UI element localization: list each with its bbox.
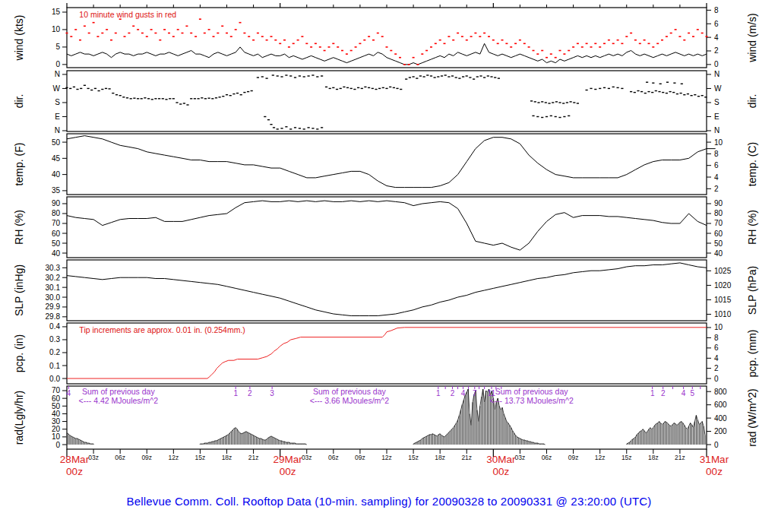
axis-title-right-pcp: pcp. (mm) — [746, 330, 758, 378]
ytick-right-pcp: 8 — [714, 334, 719, 342]
rad-mj-mark: 3 — [270, 389, 274, 397]
ytick-left-dir: W — [53, 84, 61, 93]
ytick-right-rad: 800 — [714, 388, 727, 396]
panel-pcp: 0.00.10.20.30.40246810pcp. (in)pcp. (mm)… — [13, 322, 758, 384]
day-label-hour: 00z — [706, 466, 723, 477]
rad-mj-mark: 1 — [233, 389, 238, 397]
ytick-left-temp: 40 — [52, 170, 61, 179]
rad-sum-label: Sum of previous day — [82, 387, 155, 396]
pcp-tip-note: Tip increments are approx. 0.01 in. (0.2… — [79, 325, 245, 334]
ytick-right-rh: 50 — [714, 239, 723, 248]
hour-label: 06z — [115, 454, 125, 461]
ytick-left-rad: 40 — [52, 410, 61, 418]
ytick-right-slp: 1020 — [714, 281, 732, 290]
ytick-right-pcp: 0 — [714, 375, 719, 383]
day-label: 29Mar — [274, 454, 303, 465]
ytick-left-slp: 29.9 — [46, 302, 61, 311]
panel-dir: NWSENNWSENdir.dir. — [13, 70, 758, 135]
ytick-left-rad: 70 — [52, 386, 61, 394]
hour-label: 21z — [675, 454, 685, 461]
rad-sum-label: Sum of previous day — [495, 387, 568, 396]
axis-title-right-temp: temp. (C) — [746, 142, 758, 186]
ytick-left-dir: N — [55, 70, 60, 78]
ytick-right-temp: 6 — [714, 161, 719, 169]
ytick-left-wind: 10 — [52, 25, 61, 33]
hour-label: 09z — [568, 454, 579, 461]
ytick-right-pcp: 4 — [714, 354, 719, 363]
ytick-right-slp: 1010 — [714, 310, 732, 318]
ytick-left-pcp: 0.3 — [49, 335, 60, 344]
ytick-left-temp: 35 — [52, 186, 61, 195]
axis-title-left-dir: dir. — [13, 94, 25, 109]
hour-label: 03z — [88, 454, 99, 461]
ytick-left-rh: 90 — [52, 199, 61, 207]
day-label-hour: 00z — [492, 466, 509, 477]
ytick-left-pcp: 0.4 — [49, 322, 60, 331]
hour-label: 06z — [542, 454, 552, 461]
ytick-left-rh: 80 — [52, 209, 61, 217]
ytick-right-pcp: 10 — [714, 323, 723, 331]
ytick-right-rh: 60 — [714, 230, 723, 238]
ytick-left-rad: 50 — [52, 402, 61, 410]
ytick-right-dir: W — [714, 84, 722, 93]
ytick-right-temp: 2 — [714, 185, 719, 193]
axis-title-left-slp: SLP (inHg) — [13, 264, 25, 316]
ytick-right-wind: 2 — [714, 46, 719, 55]
chart-title: Bellevue Comm. Coll. Rooftop Data (10-mi… — [0, 495, 778, 508]
wind-gust-note: 10 minute wind gusts in red — [79, 10, 176, 19]
hour-label: 18z — [648, 454, 659, 461]
ytick-left-rh: 70 — [52, 219, 61, 227]
rad-mj-mark: 4 — [67, 389, 71, 397]
ytick-left-rad: 0 — [55, 441, 60, 449]
rad-mj-mark: 2 — [248, 389, 252, 397]
panel-rad: 0102030405060700200400600800rad(Lgly/hr)… — [13, 386, 758, 449]
rad-mj-mark: 11 — [488, 389, 496, 397]
ytick-left-dir: E — [55, 112, 60, 121]
hour-label: 09z — [355, 454, 365, 461]
rad-mj-mark: 1 — [650, 389, 655, 397]
axis-title-left-wind: wind (kts) — [13, 15, 25, 62]
ytick-left-rh: 50 — [52, 239, 61, 248]
axis-title-right-rad: rad (W/m^2) — [746, 388, 758, 447]
panel-slp: 29.829.930.030.130.230.31010101510201025… — [13, 260, 758, 321]
axis-title-right-wind: wind (m/s) — [746, 13, 758, 63]
ytick-right-slp: 1025 — [714, 267, 732, 275]
rad-mj-mark: 2 — [451, 389, 455, 397]
rad-sum-value: <--- 4.42 MJoules/m^2 — [79, 396, 159, 405]
ytick-left-wind: 5 — [55, 43, 60, 51]
ytick-right-rh: 80 — [714, 209, 723, 217]
hour-label: 18z — [222, 454, 232, 461]
ytick-right-slp: 1015 — [714, 296, 732, 304]
axis-title-left-temp: temp. (F) — [13, 143, 25, 186]
hour-label: 09z — [141, 454, 152, 461]
hour-label: 12z — [595, 454, 606, 461]
rad-sum-label: Sum of previous day — [313, 387, 386, 396]
ytick-left-slp: 30.3 — [46, 264, 61, 272]
ytick-right-rad: 400 — [714, 414, 727, 423]
hour-label: 15z — [195, 454, 206, 461]
axis-title-left-rad: rad(Lgly/hr) — [13, 391, 25, 445]
ytick-right-dir: E — [714, 112, 719, 121]
panel-rh: 405060708090405060708090RH (%)RH (%) — [13, 197, 758, 258]
rad-mj-mark: 7 — [473, 389, 477, 397]
hour-label: 03z — [515, 454, 526, 461]
rad-mj-mark: 4 — [461, 389, 466, 397]
ytick-left-wind: 15 — [52, 8, 61, 16]
hour-label: 12z — [381, 454, 392, 461]
rad-mj-mark: 2 — [661, 389, 666, 397]
ytick-right-rh: 40 — [714, 249, 723, 258]
ytick-left-pcp: 0.0 — [49, 375, 60, 383]
panel-wind: 05101502468wind (kts)wind (m/s)10 minute… — [13, 6, 758, 68]
ytick-right-wind: 0 — [714, 60, 719, 68]
hour-label: 03z — [302, 454, 312, 461]
ytick-left-slp: 29.8 — [46, 312, 61, 321]
ytick-right-wind: 8 — [714, 6, 719, 14]
ytick-left-rad: 60 — [52, 394, 61, 403]
axis-title-right-rh: RH (%) — [746, 210, 758, 245]
multi-panel-weather-chart: 05101502468wind (kts)wind (m/s)10 minute… — [0, 0, 778, 492]
panel-temp: 35404550246810temp. (F)temp. (C) — [13, 134, 758, 195]
hour-label: 18z — [435, 454, 445, 461]
hour-label: 12z — [168, 454, 179, 461]
ytick-left-wind: 0 — [55, 60, 60, 68]
axis-title-right-dir: dir. — [746, 94, 758, 109]
